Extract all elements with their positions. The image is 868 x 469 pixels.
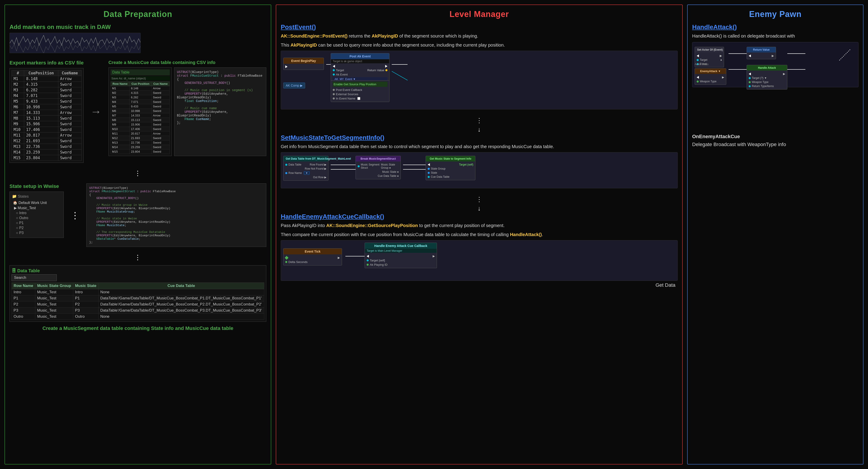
state-label: State [431, 171, 437, 174]
col-rowname: Row Name [12, 283, 35, 289]
state-pin [428, 172, 430, 174]
exec-diamond [285, 256, 289, 260]
bp-handle-enemy-content: ▶ Target [self] Ak Playing ID [365, 253, 437, 268]
arrow-down-2: ⋮ [9, 252, 266, 263]
handle-attack-section: HandleAttack() HandleAttack() is called … [692, 24, 859, 148]
bp-handle-enemy-node: Handle Enemy Attack Cue Callback Target … [365, 243, 437, 268]
delta-sec-pin [285, 261, 287, 263]
embedded-data-table: Data Table Save As: dt_name (object) Row… [108, 67, 172, 156]
csv-left: Export markers info as CSV file # CuePos… [9, 60, 84, 163]
ep-target-row: Target ● [697, 58, 722, 62]
wwise-label: State setup in Wwise [9, 183, 64, 189]
handle-enemy-title: HandleEnemyAttackCueCallback() [281, 213, 678, 220]
bp-node-subheader: Target is ak game object [331, 59, 389, 63]
search-input[interactable] [11, 274, 57, 281]
set-music-blueprint: Get Data Table from DT_MusicSegment_Main… [281, 152, 678, 188]
music-cue-table-section: Create a MusicCue data table containing … [108, 60, 266, 163]
post-event-title: PostEvent() [281, 24, 678, 31]
ep-exec-out: ▶ [697, 54, 722, 58]
bp-event-begin-content [283, 64, 324, 70]
ak-event-label: Ak Event [336, 73, 348, 76]
bp-break-struct-content: Music Segment Struct Music State Group ●… [356, 162, 401, 179]
return-val-label: Return Value [367, 68, 384, 72]
cue-dt-pin [428, 176, 430, 178]
csv-col-num: # [12, 70, 24, 76]
wwise-arrow: ⋮ [68, 183, 82, 247]
bp-event-tick-node: Event Tick ▶ Delta Seconds [283, 248, 342, 265]
arrow-down-lm-2: ↓ [281, 125, 678, 134]
set-music-desc: Get info from MusicSegment data table th… [281, 143, 678, 150]
exec-arrow: ▶ [338, 256, 340, 259]
bp-pin-target: Target Return Value [333, 68, 388, 72]
wwise-code-block: USTRUCT(BlueprintType) struct FMusicSegm… [86, 183, 266, 247]
bp-pin-exec-in [333, 64, 388, 68]
bp-post-ak-event-header: Post Ak Event [331, 53, 389, 59]
arrow-down-lm-4: ↓ [281, 204, 678, 213]
ep-ha-in [749, 72, 751, 75]
wwise-tree-item-1: 🏠 Default Work Unit [12, 200, 61, 205]
ext-src-label: External Sources [336, 92, 358, 96]
exec-out-he: ▶ [433, 255, 435, 258]
target-he-label: Target [self] [370, 259, 385, 262]
ep-weapon-pin [697, 81, 699, 83]
col-musicstate: Music State [73, 283, 98, 289]
music-state-group-out: Music State Group ● [381, 163, 399, 169]
enemy-pawn-title: Enemy Pawn [692, 9, 859, 19]
ep-enemy-attack-header: EnemyAttack ▼ [695, 68, 726, 74]
post-event-callback-row: Post Event Callback [333, 88, 388, 92]
bp-get-music-state-header: Get Music State to Segment Info [426, 156, 475, 162]
state-pin-row: State [428, 171, 473, 175]
ep-return-exec: ▶ [749, 54, 774, 58]
bp-post-ak-event-node: Post Ak Event Target is ak game object T… [331, 53, 390, 83]
bottom-table-section: 🗄 Data Table Row Name Music State Group … [9, 265, 266, 322]
ep-handle-attack-header: Handle Attack [747, 65, 787, 70]
bp-get-music-state-node: Get Music State to Segment Info Target (… [426, 156, 475, 180]
ep-enemy-attack-node: EnemyAttack ▼ ▶ Weapon Type [694, 68, 726, 85]
ep-handle-attack-node: Handle Attack ▶ Target (?) ▼ Weapon T [747, 65, 787, 90]
cue-dt-label: Cue Data Table [431, 175, 450, 178]
level-manager-panel: Level Manager PostEvent() AK::SoundEngin… [276, 4, 683, 465]
wwise-tree-item-4: ○ Outro [12, 215, 61, 221]
ep-ea-in [697, 76, 699, 79]
exec-out-triangle [285, 65, 287, 68]
daw-label: Add markers on music track in DAW [9, 24, 266, 31]
bp-post-ak-event-content: Target Return Value Ak Event AK_MY_Event… [331, 63, 389, 83]
post-event-desc1: AK::SoundEngine::PostEvent() returns the… [281, 33, 678, 39]
arrow-down-lm-3: ⋮ [281, 195, 678, 204]
row-not-found-label: Row Not Found ▶ [305, 167, 327, 170]
cue-data-table-out: Cue Data Table ● [378, 174, 399, 177]
row-found-label: Row Found ▶ [310, 163, 327, 166]
target-he-pin [367, 259, 369, 261]
target-self-out: Target (self) [459, 163, 473, 166]
bp-event-tick-header: Event Tick [283, 248, 342, 255]
ep-ha-weapon-row: Weapon Type [749, 80, 785, 84]
sg-label: State Group [431, 167, 445, 170]
ep-ea-exec: ▶ [697, 75, 724, 79]
exec-in-row-he: ▶ [367, 254, 435, 258]
wwise-tree-item-5: ○ P1 [12, 221, 61, 226]
row-name-value[interactable]: ▼ [304, 171, 309, 175]
ext-src-pin [333, 93, 335, 95]
bp-event-begin-node: Event BeginPlay [283, 58, 324, 70]
in-event-name-row: In Event Name [333, 96, 388, 100]
wwise-tree-item-6: ○ P2 [12, 226, 61, 230]
exec-out-row: ▶ [285, 256, 340, 260]
csv-col-name: CueName [58, 70, 81, 76]
set-music-title: SetMusicStateToGetSegmentInfo() [281, 134, 678, 141]
ep-ha-target-pin [749, 77, 751, 79]
exec-in-he [367, 255, 369, 258]
ep-ha-weapon-label: Weapon Type [752, 81, 769, 84]
daw-section: Add markers on music track in DAW // We'… [9, 24, 266, 53]
row-name-pin: Row Name ▼ [285, 171, 327, 175]
target-label: Target [336, 68, 344, 72]
in-event-name-checkbox[interactable] [358, 97, 360, 100]
col-cuedatatable: Cue Data Table [98, 283, 264, 289]
callback-mask-btn[interactable]: Enable Get Source Play Position [333, 82, 388, 87]
bp-get-music-state-content: Target (self) State Group State Cue [426, 162, 475, 180]
post-event-cb-label: Post Event Callback [336, 88, 362, 92]
ep-weapon-label: Weapon Type [700, 80, 717, 83]
ep-ret-exec-out: ▶ [772, 54, 774, 57]
enemy-pawn-panel: Enemy Pawn HandleAttack() HandleAttack()… [687, 4, 864, 465]
music-cue-code: USTRUCT(BlueprintType) struct FMusicCueS… [174, 67, 266, 156]
exec-in-3 [428, 163, 430, 166]
